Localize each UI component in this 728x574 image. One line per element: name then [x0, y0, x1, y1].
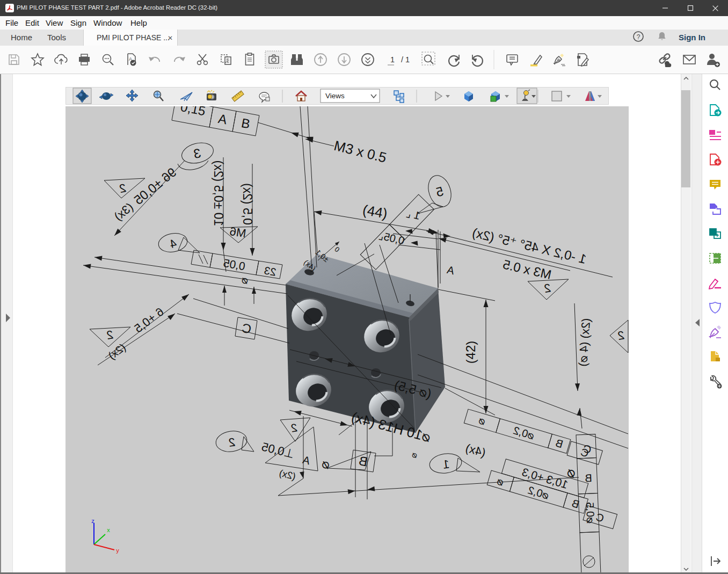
svg-text:1 ⌞: 1 ⌞ [405, 207, 421, 222]
svg-text:0,05⌞: 0,05⌞ [378, 229, 406, 246]
svg-text:z: z [91, 518, 94, 524]
svg-text:⌀: ⌀ [241, 273, 249, 286]
svg-text:5: 5 [434, 184, 445, 200]
svg-text:1: 1 [390, 55, 395, 64]
svg-text:B: B [554, 437, 564, 450]
svg-text:B: B [240, 115, 251, 132]
svg-text:x: x [107, 527, 110, 533]
svg-text:A: A [217, 111, 228, 127]
svg-text:B: B [358, 453, 368, 469]
svg-text:0,5 (2x): 0,5 (2x) [241, 183, 254, 225]
svg-text:96 ±0,05: 96 ±0,05 [131, 165, 179, 208]
svg-text:⊥0,05: ⊥0,05 [260, 440, 296, 461]
svg-text:23: 23 [263, 264, 277, 278]
svg-text:A: A [446, 264, 456, 277]
svg-text:(2x): (2x) [106, 341, 128, 361]
svg-text:4: 4 [169, 236, 177, 251]
svg-text:⌀: ⌀ [477, 414, 487, 427]
svg-text:2: 2 [118, 181, 127, 195]
svg-text:A: A [301, 454, 311, 467]
svg-text:⌀: ⌀ [565, 463, 578, 481]
svg-text:10,3 +0,3: 10,3 +0,3 [521, 466, 570, 491]
svg-text:10 ±0,5 (2x): 10 ±0,5 (2x) [212, 161, 225, 227]
svg-text:⌀: ⌀ [321, 456, 332, 472]
svg-text:1: 1 [442, 457, 450, 471]
svg-text:B: B [585, 472, 592, 484]
svg-text:0,15: 0,15 [179, 106, 207, 118]
svg-text:(42): (42) [463, 341, 478, 364]
svg-text:(4x): (4x) [464, 441, 487, 460]
svg-text:2: 2 [105, 328, 114, 342]
svg-text:M6: M6 [229, 224, 247, 240]
svg-text:2: 2 [290, 421, 299, 434]
svg-text:⌀0,2: ⌀0,2 [512, 424, 535, 441]
svg-text:⌀: ⌀ [411, 449, 418, 460]
svg-text:y: y [116, 547, 119, 554]
svg-text:(2x) (4 ⌀): (2x) (4 ⌀) [576, 318, 593, 367]
svg-text:?: ? [637, 33, 640, 41]
svg-text:C: C [241, 321, 253, 337]
svg-text:Views: Views [325, 92, 345, 100]
svg-text:⌀0,5: ⌀0,5 [584, 502, 597, 524]
svg-text:3: 3 [192, 146, 202, 161]
svg-text:⌀: ⌀ [496, 475, 505, 488]
svg-text:(44): (44) [361, 201, 389, 222]
svg-text:/ 1: / 1 [401, 55, 410, 64]
svg-text:(2x): (2x) [278, 468, 297, 482]
svg-text:1 -0,2 X 45° ⁺5° (2x): 1 -0,2 X 45° ⁺5° (2x) [471, 225, 588, 266]
svg-text:2: 2 [228, 435, 236, 449]
svg-text:2: 2 [543, 281, 551, 295]
svg-text:M3 x 0.5: M3 x 0.5 [332, 137, 388, 166]
svg-text:(3x): (3x) [112, 200, 136, 223]
svg-text:C: C [583, 443, 591, 455]
svg-text:2: 2 [616, 328, 625, 343]
